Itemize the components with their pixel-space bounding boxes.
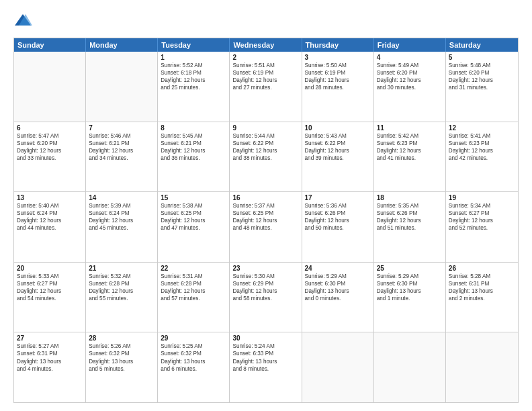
cell-line: Sunrise: 5:47 AM xyxy=(17,132,83,140)
calendar-body: 1Sunrise: 5:52 AMSunset: 6:18 PMDaylight… xyxy=(14,52,518,402)
day-number: 4 xyxy=(377,54,443,61)
cell-line: and 36 minutes. xyxy=(161,154,226,162)
cell-line: and 27 minutes. xyxy=(232,84,298,91)
calendar-cell-5: 5Sunrise: 5:48 AMSunset: 6:20 PMDaylight… xyxy=(446,52,518,122)
cell-line: Daylight: 12 hours xyxy=(89,217,154,224)
day-number: 23 xyxy=(232,265,298,272)
cell-line: Sunset: 6:25 PM xyxy=(232,210,298,217)
calendar-cell-4: 4Sunrise: 5:49 AMSunset: 6:20 PMDaylight… xyxy=(374,52,446,122)
cell-line: and 1 minute. xyxy=(377,295,443,302)
cell-line: Daylight: 12 hours xyxy=(89,147,154,154)
cell-line: Daylight: 12 hours xyxy=(305,147,371,154)
cell-line: Sunset: 6:30 PM xyxy=(305,280,371,287)
cell-line: Sunrise: 5:32 AM xyxy=(89,273,154,280)
cell-line: Sunset: 6:21 PM xyxy=(89,140,154,147)
calendar-cell-20: 20Sunrise: 5:33 AMSunset: 6:27 PMDayligh… xyxy=(14,263,86,332)
day-number: 17 xyxy=(305,194,371,201)
day-number: 7 xyxy=(89,124,154,132)
cell-line: and 58 minutes. xyxy=(232,295,298,302)
day-number: 16 xyxy=(232,194,298,201)
cell-line: and 48 minutes. xyxy=(232,224,298,232)
cell-line: Sunrise: 5:25 AM xyxy=(161,342,226,350)
cell-line: Daylight: 12 hours xyxy=(161,217,226,224)
calendar-cell-23: 23Sunrise: 5:30 AMSunset: 6:29 PMDayligh… xyxy=(230,263,302,332)
day-number: 26 xyxy=(449,265,515,272)
calendar-cell-22: 22Sunrise: 5:31 AMSunset: 6:28 PMDayligh… xyxy=(158,263,230,332)
calendar-cell-17: 17Sunrise: 5:36 AMSunset: 6:26 PMDayligh… xyxy=(302,192,374,262)
calendar-cell-26: 26Sunrise: 5:28 AMSunset: 6:31 PMDayligh… xyxy=(446,263,518,332)
header-day-wednesday: Wednesday xyxy=(230,38,302,52)
cell-line: Daylight: 12 hours xyxy=(89,287,154,295)
day-number: 22 xyxy=(161,265,226,272)
cell-line: Sunset: 6:20 PM xyxy=(17,140,83,147)
calendar-cell-2: 2Sunrise: 5:51 AMSunset: 6:19 PMDaylight… xyxy=(230,52,302,122)
day-number: 30 xyxy=(232,334,298,342)
cell-line: and 38 minutes. xyxy=(232,154,298,162)
cell-line: Sunset: 6:26 PM xyxy=(305,210,371,217)
header-day-sunday: Sunday xyxy=(14,38,86,52)
calendar-cell-19: 19Sunrise: 5:34 AMSunset: 6:27 PMDayligh… xyxy=(446,192,518,262)
day-number: 18 xyxy=(377,194,443,201)
cell-line: Sunrise: 5:42 AM xyxy=(377,132,443,140)
cell-line: Daylight: 12 hours xyxy=(232,77,298,84)
cell-line: Sunset: 6:18 PM xyxy=(161,69,226,77)
cell-line: Sunrise: 5:33 AM xyxy=(17,273,83,280)
day-number: 25 xyxy=(377,265,443,272)
cell-line: Sunrise: 5:48 AM xyxy=(449,62,515,69)
day-number: 1 xyxy=(161,54,226,61)
calendar-row-5: 27Sunrise: 5:27 AMSunset: 6:31 PMDayligh… xyxy=(14,332,518,402)
cell-line: Sunset: 6:22 PM xyxy=(305,140,371,147)
cell-line: Sunrise: 5:44 AM xyxy=(232,132,298,140)
cell-line: and 2 minutes. xyxy=(449,295,515,302)
cell-line: Daylight: 12 hours xyxy=(161,147,226,154)
cell-line: Sunrise: 5:51 AM xyxy=(232,62,298,69)
cell-line: Sunrise: 5:39 AM xyxy=(89,202,154,210)
day-number: 10 xyxy=(305,124,371,132)
cell-line: and 0 minutes. xyxy=(305,295,371,302)
day-number: 2 xyxy=(232,54,298,61)
cell-line: and 39 minutes. xyxy=(305,154,371,162)
cell-line: Daylight: 13 hours xyxy=(377,287,443,295)
cell-line: Sunset: 6:30 PM xyxy=(377,280,443,287)
cell-line: Sunset: 6:25 PM xyxy=(161,210,226,217)
cell-line: Daylight: 13 hours xyxy=(17,358,83,365)
cell-line: Daylight: 12 hours xyxy=(377,217,443,224)
day-number: 9 xyxy=(232,124,298,132)
cell-line: Sunrise: 5:38 AM xyxy=(161,202,226,210)
calendar-row-3: 13Sunrise: 5:40 AMSunset: 6:24 PMDayligh… xyxy=(14,192,518,263)
calendar-cell-8: 8Sunrise: 5:45 AMSunset: 6:21 PMDaylight… xyxy=(158,122,230,192)
day-number: 29 xyxy=(161,334,226,342)
cell-line: Sunset: 6:32 PM xyxy=(89,350,154,357)
calendar-cell-1: 1Sunrise: 5:52 AMSunset: 6:18 PMDaylight… xyxy=(158,52,230,122)
cell-line: Daylight: 12 hours xyxy=(17,287,83,295)
calendar-cell-13: 13Sunrise: 5:40 AMSunset: 6:24 PMDayligh… xyxy=(14,192,86,262)
cell-line: Daylight: 12 hours xyxy=(232,287,298,295)
cell-line: Daylight: 13 hours xyxy=(89,358,154,365)
cell-line: and 30 minutes. xyxy=(377,84,443,91)
cell-line: Sunset: 6:19 PM xyxy=(232,69,298,77)
calendar-cell-9: 9Sunrise: 5:44 AMSunset: 6:22 PMDaylight… xyxy=(230,122,302,192)
cell-line: and 4 minutes. xyxy=(17,365,83,373)
cell-line: and 5 minutes. xyxy=(89,365,154,373)
cell-line: Daylight: 12 hours xyxy=(17,147,83,154)
header-day-saturday: Saturday xyxy=(446,38,518,52)
cell-line: Sunrise: 5:36 AM xyxy=(305,202,371,210)
cell-line: Daylight: 12 hours xyxy=(377,147,443,154)
calendar-cell-27: 27Sunrise: 5:27 AMSunset: 6:31 PMDayligh… xyxy=(14,332,86,402)
cell-line: Sunrise: 5:31 AM xyxy=(161,273,226,280)
page: SundayMondayTuesdayWednesdayThursdayFrid… xyxy=(0,0,532,411)
day-number: 24 xyxy=(305,265,371,272)
cell-line: Sunset: 6:28 PM xyxy=(161,280,226,287)
cell-line: Daylight: 13 hours xyxy=(449,287,515,295)
cell-line: Sunset: 6:21 PM xyxy=(161,140,226,147)
cell-line: Sunrise: 5:43 AM xyxy=(305,132,371,140)
header-day-tuesday: Tuesday xyxy=(158,38,230,52)
cell-line: Daylight: 13 hours xyxy=(161,358,226,365)
cell-line: Sunrise: 5:30 AM xyxy=(232,273,298,280)
calendar-cell-empty xyxy=(86,52,158,122)
cell-line: Sunrise: 5:34 AM xyxy=(449,202,515,210)
header-day-friday: Friday xyxy=(374,38,446,52)
calendar-row-2: 6Sunrise: 5:47 AMSunset: 6:20 PMDaylight… xyxy=(14,122,518,193)
day-number: 6 xyxy=(17,124,83,132)
cell-line: Daylight: 12 hours xyxy=(377,77,443,84)
